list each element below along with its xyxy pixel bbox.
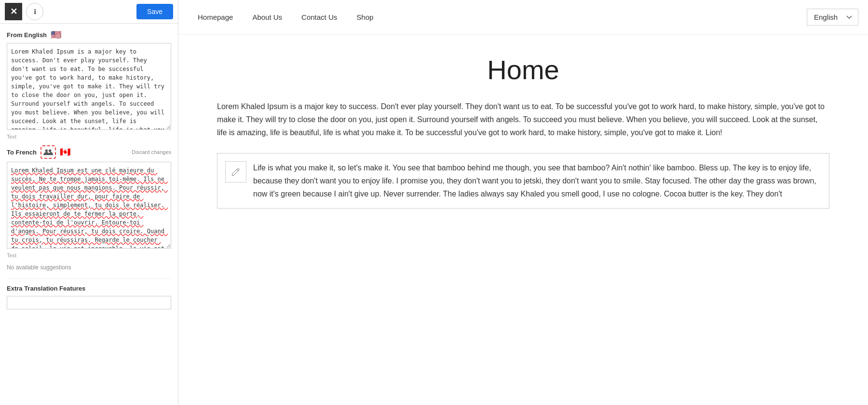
- toolbar: ✕ ℹ Save: [0, 0, 178, 24]
- save-button[interactable]: Save: [136, 4, 173, 19]
- nav-homepage[interactable]: Homepage: [188, 0, 243, 35]
- people-icon: [43, 148, 53, 156]
- lang-select-wrapper: English French Spanish: [807, 9, 858, 26]
- quote-block: Life is what you make it, so let's make …: [217, 153, 829, 209]
- extra-features-title: Extra Translation Features: [7, 285, 171, 292]
- panel-scroll: From English 🇺🇸 Text To French: [0, 24, 178, 405]
- quote-text: Life is what you make it, so let's make …: [253, 161, 821, 201]
- from-label: From English 🇺🇸: [7, 29, 171, 40]
- to-section: To French 🇨🇦 Discard changes T: [7, 145, 171, 271]
- page-title: Home: [217, 54, 829, 85]
- to-section-left: To French 🇨🇦: [7, 145, 70, 159]
- from-textarea[interactable]: [7, 43, 171, 130]
- right-panel: Homepage About Us Contact Us Shop Englis…: [178, 0, 868, 405]
- nav-contact-us[interactable]: Contact Us: [292, 0, 347, 35]
- nav-about-us[interactable]: About Us: [243, 0, 292, 35]
- to-flag: 🇨🇦: [60, 147, 70, 157]
- audience-icon[interactable]: [41, 145, 56, 159]
- svg-point-1: [49, 150, 51, 152]
- to-title: To French: [7, 149, 37, 156]
- to-textarea[interactable]: [7, 162, 171, 249]
- extra-features-input[interactable]: [7, 296, 171, 309]
- from-section: From English 🇺🇸 Text: [7, 29, 171, 140]
- info-button[interactable]: ℹ: [26, 3, 43, 20]
- site-content: Home Lorem Khaled Ipsum is a major key t…: [178, 35, 868, 405]
- from-flag: 🇺🇸: [51, 29, 61, 40]
- from-title: From English: [7, 31, 47, 39]
- pencil-icon: [231, 167, 241, 177]
- extra-features-section: Extra Translation Features: [7, 279, 171, 309]
- no-suggestions: No available suggestions: [7, 264, 171, 271]
- left-panel: ✕ ℹ Save From English 🇺🇸 Text To French: [0, 0, 178, 405]
- language-select[interactable]: English French Spanish: [807, 9, 858, 26]
- site-nav: Homepage About Us Contact Us Shop Englis…: [178, 0, 868, 35]
- page-body-text: Lorem Khaled Ipsum is a major key to suc…: [217, 100, 829, 140]
- close-button[interactable]: ✕: [5, 3, 22, 20]
- svg-point-0: [45, 150, 48, 152]
- to-text-label: Text: [7, 252, 171, 258]
- discard-button[interactable]: Discard changes: [132, 149, 171, 155]
- nav-shop[interactable]: Shop: [347, 0, 383, 35]
- edit-icon-box[interactable]: [225, 161, 246, 182]
- to-section-header: To French 🇨🇦 Discard changes: [7, 145, 171, 159]
- from-text-label: Text: [7, 134, 171, 140]
